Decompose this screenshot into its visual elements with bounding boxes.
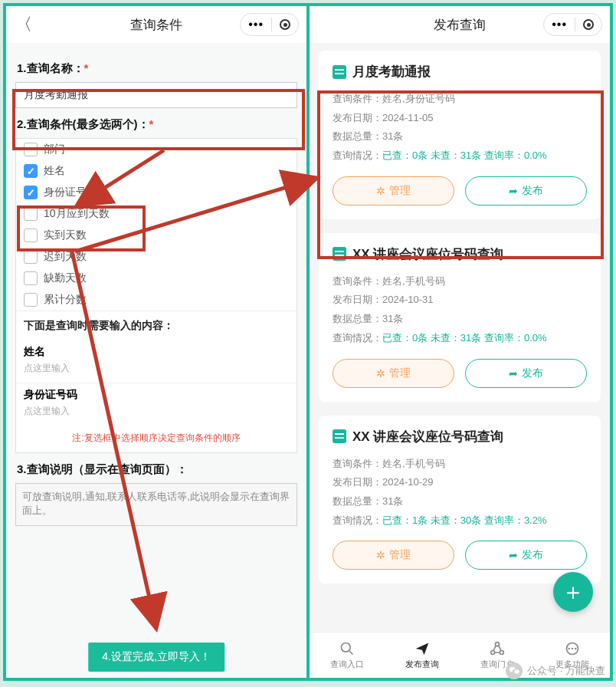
query-card: XX 讲座会议座位号码查询查询条件：姓名,手机号码发布日期：2024-10-31…: [319, 233, 601, 402]
list-icon: [333, 247, 346, 261]
svg-point-0: [342, 643, 351, 652]
list-icon: [333, 429, 346, 443]
search-icon: [339, 641, 355, 656]
send-icon: [414, 641, 430, 656]
input-block[interactable]: 身份证号码 点这里输入: [16, 383, 297, 426]
more-icon[interactable]: •••: [248, 18, 264, 31]
tab-query-entry[interactable]: 查询入口: [310, 633, 385, 678]
tab-publish[interactable]: 发布查询: [385, 633, 460, 678]
input-subheader: 下面是查询时需要输入的内容：: [16, 311, 297, 340]
share-icon: ➦: [509, 185, 518, 197]
query-name-input[interactable]: [15, 82, 297, 108]
capsule-menu[interactable]: •••: [543, 13, 602, 36]
checkbox-icon[interactable]: [24, 164, 38, 178]
card-title: 月度考勤通报: [333, 63, 587, 81]
manage-button[interactable]: ✲管理: [333, 541, 454, 570]
watermark: 公众号 · 万能快查: [506, 662, 605, 679]
card-title: XX 讲座会议座位号码查询: [333, 245, 587, 263]
svg-point-7: [572, 647, 574, 649]
list-icon: [333, 65, 346, 79]
checkbox-icon[interactable]: [24, 293, 38, 307]
gear-icon: ✲: [376, 367, 385, 380]
checkbox-icon[interactable]: [24, 143, 38, 156]
more-icon: [565, 641, 580, 656]
check-row[interactable]: 部门: [16, 139, 297, 160]
checkbox-icon[interactable]: [24, 207, 38, 221]
wechat-icon: [506, 662, 523, 679]
description-textarea[interactable]: 可放查询说明,通知,联系人联系电话等,此说明会显示在查询界面上。: [15, 483, 297, 526]
checkbox-icon[interactable]: [24, 250, 38, 264]
checkbox-icon[interactable]: [24, 271, 38, 285]
svg-point-8: [575, 647, 577, 649]
gear-icon: ✲: [376, 185, 385, 197]
publish-button[interactable]: ➦发布: [465, 176, 587, 205]
section3-label: 3.查询说明（显示在查询页面）：: [17, 462, 296, 477]
input-block[interactable]: 姓名 点这里输入: [16, 340, 297, 383]
add-fab[interactable]: ＋: [553, 572, 593, 612]
card-title: XX 讲座会议座位号码查询: [333, 428, 587, 445]
left-header: 〈 查询条件 •••: [6, 6, 306, 43]
manage-button[interactable]: ✲管理: [333, 359, 454, 388]
right-header: 发布查询 •••: [310, 6, 610, 43]
section2-label: 2.查询条件(最多选两个)：*: [17, 117, 296, 132]
publish-button[interactable]: ➦发布: [465, 359, 587, 388]
capsule-menu[interactable]: •••: [240, 13, 299, 36]
import-button[interactable]: 4.设置完成,立即导入！: [88, 643, 224, 672]
target-icon[interactable]: [583, 19, 594, 30]
left-title: 查询条件: [130, 16, 182, 34]
query-card: XX 讲座会议座位号码查询查询条件：姓名,手机号码发布日期：2024-10-29…: [319, 416, 601, 584]
svg-point-6: [568, 647, 571, 649]
check-row[interactable]: 迟到天数: [16, 246, 297, 268]
publish-button[interactable]: ➦发布: [465, 541, 587, 570]
svg-point-4: [500, 650, 503, 654]
check-row[interactable]: 10月应到天数: [16, 203, 297, 225]
check-row[interactable]: 缺勤天数: [16, 268, 297, 289]
share-icon: ➦: [509, 549, 518, 561]
condition-checklist: 部门 姓名 身份证号码 10月应到天数 实到天数 迟到天数 缺勤天数 累计分数 …: [15, 138, 297, 453]
checkbox-icon[interactable]: [24, 186, 38, 199]
check-row[interactable]: 身份证号码: [16, 182, 297, 203]
more-icon[interactable]: •••: [552, 18, 567, 31]
gear-icon: ✲: [376, 549, 385, 561]
section1-label: 1.查询名称：*: [17, 61, 296, 76]
check-row[interactable]: 实到天数: [16, 225, 297, 246]
svg-line-1: [349, 650, 353, 654]
manage-button[interactable]: ✲管理: [333, 176, 454, 205]
checkbox-icon[interactable]: [24, 228, 38, 242]
portal-icon: [490, 641, 505, 656]
check-row[interactable]: 累计分数: [16, 289, 297, 311]
svg-point-3: [491, 650, 495, 654]
order-note: 注:复选框中选择顺序决定查询条件的顺序: [16, 426, 297, 452]
back-icon[interactable]: 〈: [15, 13, 32, 36]
right-title: 发布查询: [434, 16, 486, 34]
query-card: 月度考勤通报查询条件：姓名,身份证号码发布日期：2024-11-05数据总量：3…: [319, 51, 601, 219]
check-row[interactable]: 姓名: [16, 160, 297, 182]
share-icon: ➦: [509, 367, 518, 380]
target-icon[interactable]: [280, 19, 290, 30]
